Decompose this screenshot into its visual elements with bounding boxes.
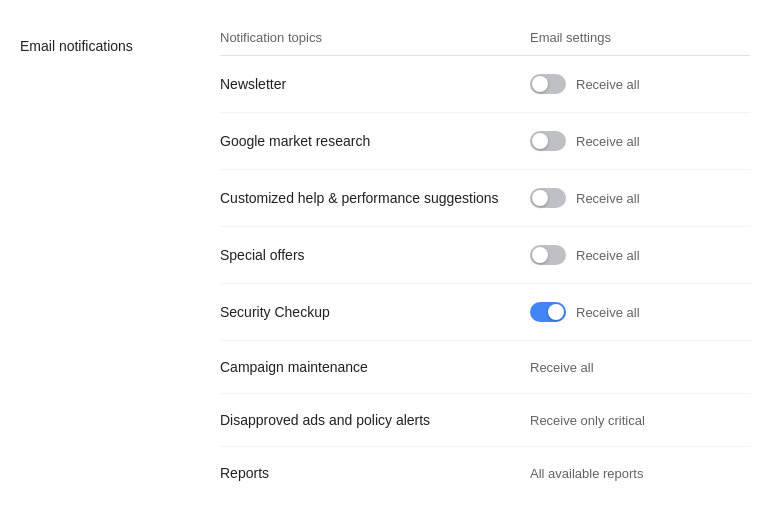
toggle-google-market-research[interactable] xyxy=(530,131,566,151)
settings-text-reports: All available reports xyxy=(530,466,643,481)
toggle-customized-help[interactable] xyxy=(530,188,566,208)
toggle-special-offers[interactable] xyxy=(530,245,566,265)
topic-label-campaign-maintenance: Campaign maintenance xyxy=(220,359,530,375)
settings-col-google-market-research: Receive all xyxy=(530,131,750,151)
notification-rows: NewsletterReceive allGoogle market resea… xyxy=(220,56,750,499)
topic-label-disapproved-ads: Disapproved ads and policy alerts xyxy=(220,412,530,428)
notification-row-disapproved-ads: Disapproved ads and policy alertsReceive… xyxy=(220,394,750,447)
notification-row-special-offers: Special offersReceive all xyxy=(220,227,750,284)
settings-text-google-market-research: Receive all xyxy=(576,134,640,149)
notification-row-campaign-maintenance: Campaign maintenanceReceive all xyxy=(220,341,750,394)
toggle-security-checkup[interactable] xyxy=(530,302,566,322)
settings-col-campaign-maintenance: Receive all xyxy=(530,360,750,375)
settings-col-newsletter: Receive all xyxy=(530,74,750,94)
notification-row-security-checkup: Security CheckupReceive all xyxy=(220,284,750,341)
notification-row-google-market-research: Google market researchReceive all xyxy=(220,113,750,170)
toggle-slider-special-offers xyxy=(530,245,566,265)
topic-label-google-market-research: Google market research xyxy=(220,133,530,149)
toggle-newsletter[interactable] xyxy=(530,74,566,94)
settings-column-header: Email settings xyxy=(530,30,750,45)
table-header: Notification topics Email settings xyxy=(220,30,750,56)
toggle-slider-customized-help xyxy=(530,188,566,208)
settings-text-special-offers: Receive all xyxy=(576,248,640,263)
settings-text-newsletter: Receive all xyxy=(576,77,640,92)
topic-label-newsletter: Newsletter xyxy=(220,76,530,92)
toggle-slider-google-market-research xyxy=(530,131,566,151)
settings-col-special-offers: Receive all xyxy=(530,245,750,265)
topics-column-header: Notification topics xyxy=(220,30,530,45)
notification-row-reports: ReportsAll available reports xyxy=(220,447,750,499)
topic-label-security-checkup: Security Checkup xyxy=(220,304,530,320)
settings-text-disapproved-ads: Receive only critical xyxy=(530,413,645,428)
settings-col-security-checkup: Receive all xyxy=(530,302,750,322)
toggle-slider-newsletter xyxy=(530,74,566,94)
notification-row-customized-help: Customized help & performance suggestion… xyxy=(220,170,750,227)
topic-label-special-offers: Special offers xyxy=(220,247,530,263)
notification-row-newsletter: NewsletterReceive all xyxy=(220,56,750,113)
settings-text-campaign-maintenance: Receive all xyxy=(530,360,594,375)
topic-label-customized-help: Customized help & performance suggestion… xyxy=(220,190,530,206)
settings-text-customized-help: Receive all xyxy=(576,191,640,206)
section-label: Email notifications xyxy=(20,30,220,499)
settings-col-disapproved-ads: Receive only critical xyxy=(530,413,750,428)
settings-col-customized-help: Receive all xyxy=(530,188,750,208)
notifications-table: Notification topics Email settings Newsl… xyxy=(220,30,750,499)
toggle-slider-security-checkup xyxy=(530,302,566,322)
topic-label-reports: Reports xyxy=(220,465,530,481)
settings-col-reports: All available reports xyxy=(530,466,750,481)
settings-text-security-checkup: Receive all xyxy=(576,305,640,320)
